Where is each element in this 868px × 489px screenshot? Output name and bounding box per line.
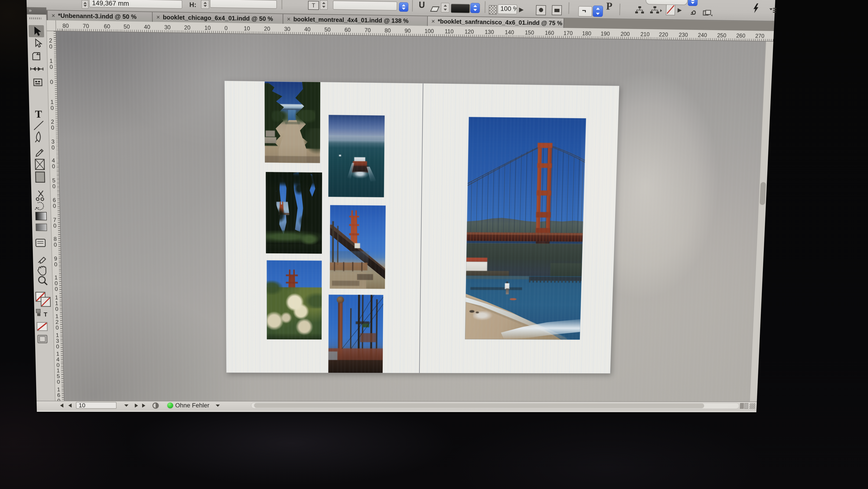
svg-text:T: T	[43, 311, 48, 318]
svg-text:T: T	[35, 108, 42, 120]
